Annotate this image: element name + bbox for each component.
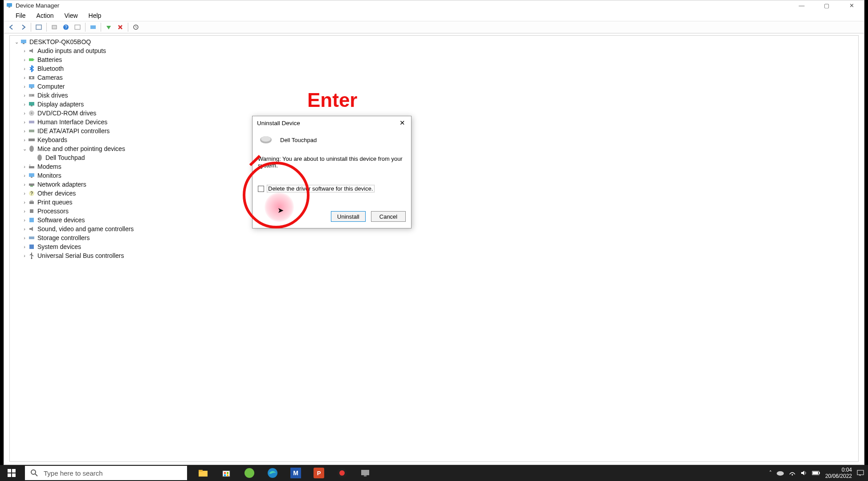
expand-icon[interactable]: › xyxy=(21,48,28,53)
collapse-icon[interactable]: ⌄ xyxy=(13,39,20,45)
tree-category[interactable]: ›Sound, video and game controllers xyxy=(21,224,855,233)
help-icon[interactable]: ? xyxy=(61,22,71,32)
titlebar[interactable]: Device Manager — ▢ ✕ xyxy=(4,0,864,10)
tree-category[interactable]: ›Bluetooth xyxy=(21,64,855,73)
category-label: Mice and other pointing devices xyxy=(37,145,125,152)
app-icon-green[interactable] xyxy=(243,467,256,479)
keyboard-icon xyxy=(28,136,36,143)
device-tree[interactable]: ⌄ DESKTOP-QK05BOQ ›Audio inputs and outp… xyxy=(9,35,859,462)
minimize-button[interactable]: — xyxy=(789,0,814,10)
expand-icon[interactable]: › xyxy=(21,235,28,240)
tree-category[interactable]: ›Keyboards xyxy=(21,135,855,144)
expand-icon[interactable]: › xyxy=(21,128,28,134)
expand-icon[interactable]: › xyxy=(21,253,28,258)
tree-category[interactable]: ›Monitors xyxy=(21,171,855,180)
onedrive-icon[interactable] xyxy=(776,470,784,476)
uninstall-button[interactable]: Uninstall xyxy=(331,211,366,222)
tree-category[interactable]: ›Storage controllers xyxy=(21,233,855,242)
expand-icon[interactable]: › xyxy=(21,66,28,71)
tree-category[interactable]: ›Processors xyxy=(21,207,855,216)
expand-icon[interactable]: › xyxy=(21,75,28,80)
expand-icon[interactable]: › xyxy=(21,226,28,232)
tree-category[interactable]: ›DVD/CD-ROM drives xyxy=(21,109,855,118)
expand-icon[interactable]: › xyxy=(21,200,28,205)
scan-hardware-icon[interactable] xyxy=(131,22,141,32)
maximize-button[interactable]: ▢ xyxy=(814,0,839,10)
svg-rect-52 xyxy=(224,472,226,474)
microsoft-store-icon[interactable] xyxy=(220,467,232,479)
expand-icon[interactable]: › xyxy=(21,137,28,143)
tree-category[interactable]: ›Human Interface Devices xyxy=(21,118,855,126)
tree-category[interactable]: ›IDE ATA/ATAPI controllers xyxy=(21,126,855,135)
dialog-title[interactable]: Uninstall Device xyxy=(253,116,411,130)
expand-icon[interactable]: › xyxy=(21,102,28,107)
tree-root[interactable]: ⌄ DESKTOP-QK05BOQ xyxy=(13,37,855,46)
collapse-icon[interactable]: ⌄ xyxy=(21,146,28,152)
expand-icon[interactable]: › xyxy=(21,57,28,62)
menu-help[interactable]: Help xyxy=(84,11,106,20)
enable-device-icon[interactable] xyxy=(104,22,114,32)
expand-icon[interactable]: › xyxy=(21,191,28,196)
tray-chevron-icon[interactable]: ˄ xyxy=(769,470,772,476)
checkbox-icon[interactable] xyxy=(258,186,264,192)
expand-icon[interactable]: › xyxy=(21,84,28,89)
tree-category[interactable]: ›Display adapters xyxy=(21,100,855,109)
back-icon[interactable] xyxy=(7,22,16,32)
ide-icon xyxy=(28,127,36,135)
tree-category[interactable]: ›System devices xyxy=(21,242,855,251)
notifications-icon[interactable] xyxy=(856,469,864,477)
tree-category[interactable]: ›Cameras xyxy=(21,73,855,82)
record-icon[interactable] xyxy=(336,467,348,479)
delete-driver-checkbox-row[interactable]: Delete the driver software for this devi… xyxy=(258,185,406,192)
expand-icon[interactable]: › xyxy=(21,173,28,178)
category-label: Modems xyxy=(37,163,61,170)
expand-icon[interactable]: › xyxy=(21,208,28,214)
svg-rect-20 xyxy=(29,102,34,106)
scan-icon-2[interactable] xyxy=(73,22,82,32)
expand-icon[interactable]: › xyxy=(21,164,28,169)
app-icon-m[interactable]: M xyxy=(289,467,302,479)
tree-category[interactable]: ›Computer xyxy=(21,82,855,91)
edge-icon[interactable] xyxy=(266,467,279,479)
close-button[interactable]: ✕ xyxy=(839,0,864,10)
tree-category[interactable]: ›Print queues xyxy=(21,198,855,207)
tree-category[interactable]: ›?Other devices xyxy=(21,189,855,198)
expand-icon[interactable]: › xyxy=(21,217,28,223)
menu-view[interactable]: View xyxy=(60,11,82,20)
tree-device[interactable]: Dell Touchpad xyxy=(29,153,855,162)
show-hidden-icon[interactable] xyxy=(34,22,44,32)
tray-clock[interactable]: 0:04 20/06/2022 xyxy=(825,467,852,479)
properties-icon[interactable] xyxy=(49,22,59,32)
tree-category[interactable]: ›Software devices xyxy=(21,216,855,224)
tree-category[interactable]: ›Universal Serial Bus controllers xyxy=(21,251,855,260)
expand-icon[interactable]: › xyxy=(21,244,28,249)
expand-icon[interactable]: › xyxy=(21,110,28,116)
expand-icon[interactable]: › xyxy=(21,182,28,187)
wifi-icon[interactable] xyxy=(789,470,796,476)
start-button[interactable] xyxy=(0,465,23,481)
tree-category[interactable]: ⌄Mice and other pointing devices xyxy=(21,144,855,153)
device-manager-taskbar-icon[interactable] xyxy=(359,467,371,479)
device-label: Dell Touchpad xyxy=(45,154,85,161)
tree-category[interactable]: ›Audio inputs and outputs xyxy=(21,46,855,55)
uninstall-device-icon[interactable] xyxy=(115,22,125,32)
search-input[interactable]: Type here to search xyxy=(25,466,187,480)
tree-category[interactable]: ›Batteries xyxy=(21,55,855,64)
powerpoint-icon[interactable]: P xyxy=(313,467,325,479)
expand-icon[interactable]: › xyxy=(21,93,28,98)
tree-category[interactable]: ›Network adapters xyxy=(21,180,855,189)
computer-icon xyxy=(28,83,36,90)
cancel-button[interactable]: Cancel xyxy=(371,211,406,222)
expand-icon[interactable]: › xyxy=(21,119,28,125)
volume-icon[interactable] xyxy=(800,470,807,476)
file-explorer-icon[interactable] xyxy=(197,467,209,479)
forward-icon[interactable] xyxy=(18,22,28,32)
update-driver-icon[interactable] xyxy=(88,22,98,32)
menu-action[interactable]: Action xyxy=(32,11,58,20)
battery-icon[interactable] xyxy=(812,470,821,476)
clock-date: 20/06/2022 xyxy=(825,473,852,479)
menu-file[interactable]: File xyxy=(11,11,30,20)
tree-category[interactable]: ›Disk drives xyxy=(21,91,855,100)
tree-category[interactable]: ›Modems xyxy=(21,162,855,171)
dialog-close-button[interactable]: ✕ xyxy=(393,116,411,130)
